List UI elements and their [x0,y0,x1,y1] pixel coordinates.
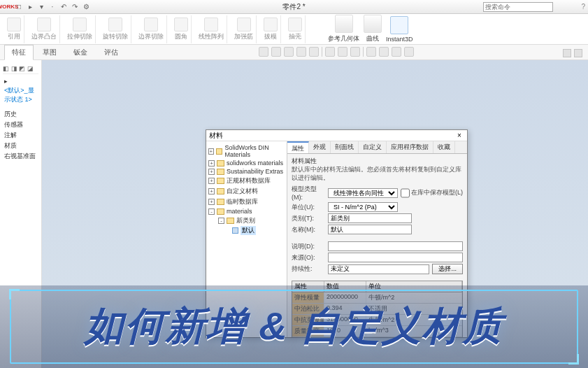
view-icon[interactable] [325,47,335,57]
tree-node[interactable]: +solidworks materials [208,159,285,167]
select-unit[interactable]: SI - N/m^2 (Pa) [328,202,398,212]
view-icon[interactable] [338,47,347,57]
tab-hatch[interactable]: 剖面线 [331,141,359,153]
lbl-source: 来源(O): [292,253,325,262]
folder-icon [217,160,224,167]
input-name[interactable] [328,225,412,234]
tree-node[interactable]: +Sustainability Extras [208,167,285,176]
folder-icon [217,188,224,194]
window-title: 零件2 * [282,2,305,12]
view-icon[interactable] [350,47,360,57]
tab-sheetmetal[interactable]: 钣金 [66,45,95,60]
tree-node[interactable]: -新类别 [208,215,285,226]
tab-fav[interactable]: 收藏 [433,141,455,153]
ribbon: 引用 边界凸台 拉伸切除 旋转切除 边界切除 圆角 线性阵列 加强筋 拔模 抽壳… [0,14,588,45]
tab-feature[interactable]: 特征 [4,45,34,60]
folder-icon [217,178,224,184]
close-icon[interactable]: × [454,132,464,139]
ribbon-item[interactable]: 抽壳 [285,15,306,43]
ribbon-item[interactable]: 引用 [4,15,24,43]
app-logo: WORKS [3,2,13,12]
select-modeltype[interactable]: 线性弹性各向同性 [328,188,398,198]
view-toolbar [259,47,414,57]
folder-icon [216,148,223,155]
folder-icon [217,208,224,215]
ribbon-instant3d[interactable]: Instant3D [386,16,413,43]
tab-custom[interactable]: 自定义 [359,141,387,153]
input-source[interactable] [328,253,463,262]
lbl-modeltype: 模型类型(M): [292,185,325,201]
input-sust [328,264,429,274]
tree-item[interactable]: 材质 [4,141,37,151]
ribbon-item[interactable]: 加强筋 [231,15,257,43]
feature-tree[interactable]: ▸ <默认>_显示状态 1> 历史 传感器 注解 材质 右视基准面 [3,74,38,164]
dialog-titlebar[interactable]: 材料 × [206,130,467,141]
search-input[interactable] [483,2,553,12]
tab-appdata[interactable]: 应用程序数据 [387,141,433,153]
properties-form: 材料属性 默认库中的材料无法编辑。您必须首先将材料复制到自定义库以进行编辑。 模… [287,154,467,278]
panel-tabs[interactable]: ◧ ◨ ◩ ◪ [3,63,38,74]
view-icon[interactable] [309,47,319,57]
select-button[interactable]: 选择... [432,264,463,274]
tab-appearance[interactable]: 外观 [309,141,331,153]
ribbon-item[interactable]: 拔模 [261,15,281,43]
chk-savelib[interactable] [401,188,410,198]
new-icon[interactable]: □ [14,2,24,12]
lbl-unit: 单位(U): [292,203,325,212]
display-state[interactable]: <默认>_显示状态 1> [4,85,37,105]
pane-btn[interactable] [574,49,582,57]
view-icon[interactable] [392,47,401,57]
view-icon[interactable] [284,47,294,57]
tree-item[interactable]: 传感器 [4,120,37,130]
hint-title: 材料属性 [292,157,463,166]
undo-icon[interactable]: ↶ [59,2,69,12]
view-icon[interactable] [259,47,268,57]
folder-icon [227,218,234,224]
options-icon[interactable]: ⚙ [81,2,91,12]
ribbon-item[interactable]: 拉伸切除 [64,15,96,43]
ribbon-curves[interactable]: 曲线 [364,15,382,43]
redo-icon[interactable]: ↷ [70,2,80,12]
view-icon[interactable] [366,47,376,57]
tree-leaf-selected[interactable]: 默认 [208,226,285,235]
tree-node[interactable]: +正规材料数据库 [208,176,285,186]
video-caption-overlay: 如何新增 & 自定义材质 [0,285,588,368]
tree-item[interactable]: 右视基准面 [4,151,37,162]
ribbon-item[interactable]: 边界凸台 [29,15,60,43]
tree-node[interactable]: -materials [208,207,285,215]
ribbon-item[interactable]: 线性阵列 [196,15,227,43]
tree-item[interactable]: 注解 [4,130,37,141]
open-icon[interactable]: ▸ [25,2,35,12]
save-icon[interactable]: ▾ [36,2,46,12]
input-category[interactable] [328,213,412,223]
tree-node[interactable]: +临时数据库 [208,197,285,207]
help-icon[interactable]: ? [581,3,585,10]
pane-buttons [563,49,582,57]
ribbon-item[interactable]: 旋转切除 [100,15,131,43]
view-icon[interactable] [404,47,414,57]
ribbon-item[interactable]: 边界切除 [136,15,167,43]
lbl-desc: 说明(D): [292,242,325,251]
tab-sketch[interactable]: 草图 [35,45,64,60]
title-bar: WORKS □ ▸ ▾ · ↶ ↷ ⚙ 零件2 * ? [0,0,588,14]
print-icon[interactable]: · [48,2,57,12]
tree-item[interactable]: 历史 [4,109,37,120]
tree-node[interactable]: +SolidWorks DIN Materials [208,143,285,159]
view-icon[interactable] [296,47,306,57]
lbl-sust: 持续性: [292,264,325,274]
folder-icon [217,199,224,205]
ribbon-refgeom[interactable]: 参考几何体 [328,15,359,43]
input-desc[interactable] [328,241,463,251]
tab-properties[interactable]: 属性 [287,141,309,153]
pane-btn[interactable] [563,49,571,57]
property-tabs: 属性 外观 剖面线 自定义 应用程序数据 收藏 [287,141,467,154]
view-icon[interactable] [271,47,281,57]
folder-icon [217,169,224,175]
material-icon [232,227,238,234]
lbl-name: 名称(M): [292,225,325,234]
ribbon-item[interactable]: 圆角 [171,15,192,43]
view-icon[interactable] [379,47,389,57]
lbl-category: 类别(T): [292,214,325,223]
tab-evaluate[interactable]: 评估 [96,45,126,60]
tree-node[interactable]: +自定义材料 [208,186,285,197]
